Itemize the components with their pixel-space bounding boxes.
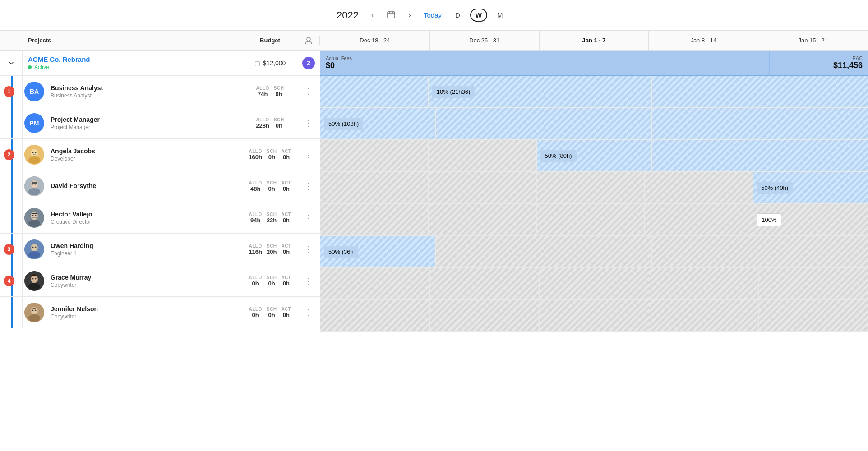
svg-point-36 [35, 278, 37, 279]
jn-role: Copywriter [51, 313, 238, 320]
ba-menu[interactable]: ⋮ [297, 76, 320, 107]
svg-point-35 [32, 278, 34, 279]
gantt-cell-oh-3 [652, 236, 760, 267]
gantt-cell-oh-1 [436, 236, 544, 267]
aj-sch-group: SCH 0h [267, 149, 277, 161]
gantt-cell-jn-0 [320, 300, 430, 331]
df-avatar [23, 176, 46, 196]
view-d-button[interactable]: D [451, 9, 465, 21]
eac-value: $11,456 [833, 61, 863, 70]
year-label: 2022 [337, 9, 359, 21]
prev-button[interactable]: ‹ [368, 9, 378, 22]
svg-rect-0 [388, 12, 395, 18]
gantt-cell-ba-4 [760, 76, 868, 107]
gm-avatar-img [24, 271, 44, 291]
gm-menu[interactable]: ⋮ [297, 265, 320, 296]
blue-line-pm [11, 107, 13, 138]
pm-sch-group: SCH 0h [274, 117, 284, 129]
gantt-cell-ba-3 [652, 76, 760, 107]
status-dot [28, 65, 32, 69]
resource-row-df: David Forsythe ALLO 48h SCH 0h [0, 170, 320, 202]
right-panel: Actual Fees $0 EAC $11,456 10% (21h36) [320, 51, 868, 451]
df-face-svg [24, 176, 44, 196]
svg-point-8 [32, 150, 37, 156]
ba-avatar: BA [23, 82, 46, 101]
resource-df: David Forsythe ALLO 48h SCH 0h [0, 170, 320, 202]
ba-name: Business Analyst [51, 84, 238, 92]
pm-sch-value: 0h [276, 122, 282, 129]
calendar-icon [387, 10, 396, 19]
df-avatar-img [24, 176, 44, 196]
left-panel: ACME Co. Rebrand Active ▢ $12,000 2 [0, 51, 320, 451]
milestone-badge-1: 1 [4, 86, 14, 97]
pm-menu[interactable]: ⋮ [297, 107, 320, 138]
gantt-row-pm: 50% (108h) [320, 108, 868, 140]
aj-face-svg [24, 145, 44, 165]
gantt-cell-hv-3 [645, 204, 753, 235]
svg-rect-24 [32, 213, 37, 214]
top-bar: 2022 ‹ › Today D W M [0, 0, 868, 31]
svg-point-23 [35, 215, 37, 216]
aj-avatar-img [24, 145, 44, 165]
ba-menu-dots[interactable]: ⋮ [305, 87, 313, 97]
gantt-row-gm [320, 268, 868, 300]
gantt-cell-hv-0 [320, 204, 429, 235]
df-menu[interactable]: ⋮ [297, 170, 320, 202]
svg-point-39 [28, 314, 40, 322]
gantt-row-df: 50% (40h) [320, 172, 868, 204]
hv-name-col: Hector Vallejo Creative Director [46, 202, 243, 233]
jn-avatar [23, 303, 46, 322]
project-name[interactable]: ACME Co. Rebrand [28, 55, 237, 63]
gantt-cell-df-0 [320, 172, 429, 203]
gantt-cell-gm-3 [649, 268, 759, 299]
svg-point-42 [35, 309, 37, 311]
gantt-cell-gm-4 [759, 268, 868, 299]
gantt-cell-pm-0: 50% (108h) [320, 108, 436, 139]
oh-menu[interactable]: ⋮ [297, 234, 320, 265]
oh-hours: ALLO 116h SCH 20h ACT 0h [243, 234, 297, 265]
gm-hours: ALLO 0h SCH 0h ACT 0h [243, 265, 297, 296]
gantt-cell-gm-1 [430, 268, 540, 299]
week-col-2: Jan 1 - 7 [540, 31, 649, 50]
gantt-cell-hv-2 [537, 204, 645, 235]
budget-col-header: Budget [243, 37, 297, 44]
gantt-cell-aj-3 [652, 140, 760, 171]
jn-menu[interactable]: ⋮ [297, 297, 320, 328]
avatar-col-header [297, 36, 320, 45]
resource-row-pm: PM Project Manager Project Manager ALLO … [0, 107, 320, 139]
gantt-bar-hv: 100% [757, 213, 781, 226]
gantt-row-ba: 10% (21h36) [320, 76, 868, 108]
pm-hours: ALLO 228h SCH 0h [243, 107, 297, 138]
pm-avatar: PM [23, 113, 46, 133]
pm-menu-dots[interactable]: ⋮ [305, 118, 313, 128]
resource-row-ba: 1 BA Business Analyst Business Analyst [0, 76, 320, 107]
gantt-cell-gm-0 [320, 268, 430, 299]
pm-allo-group: ALLO 228h [256, 117, 269, 129]
eac-label: EAC [852, 55, 863, 61]
gantt-cell-ba-1: 10% (21h36) [429, 76, 544, 107]
svg-point-22 [32, 215, 34, 216]
aj-menu[interactable]: ⋮ [297, 139, 320, 170]
gantt-cell-pm-3 [652, 108, 760, 139]
hv-menu[interactable]: ⋮ [297, 202, 320, 233]
today-button[interactable]: Today [420, 9, 445, 21]
aj-act-group: ACT 0h [282, 149, 291, 161]
view-w-button[interactable]: W [470, 9, 487, 22]
column-headers: Projects Budget Dec 18 - 24 Dec 25 - 31 … [0, 31, 868, 51]
gantt-bar-aj: 50% (80h) [540, 150, 577, 162]
project-expand-button[interactable] [0, 51, 23, 75]
gantt-cell-jn-3 [649, 300, 759, 331]
hv-name: Hector Vallejo [51, 211, 238, 218]
ba-sch-value: 0h [276, 91, 282, 97]
gantt-bar-df: 50% (40h) [757, 182, 793, 194]
gantt-cell-jn-1 [430, 300, 540, 331]
resource-gm: Grace Murray Copywriter ALLO 0h SCH 0h [0, 265, 320, 297]
app: 2022 ‹ › Today D W M Projects [0, 0, 868, 451]
svg-point-10 [35, 152, 37, 153]
calendar-button[interactable] [383, 8, 399, 23]
view-m-button[interactable]: M [493, 9, 508, 21]
gantt-cell-hv-1 [429, 204, 537, 235]
next-button[interactable]: › [405, 9, 415, 22]
oh-avatar-img [24, 239, 44, 259]
oh-avatar [23, 239, 46, 259]
